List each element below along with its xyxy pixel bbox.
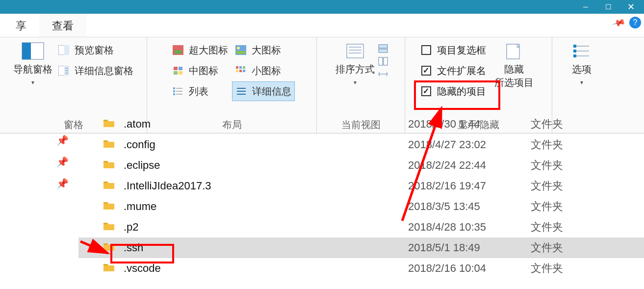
maximize-button[interactable]: ☐ — [597, 0, 619, 14]
layout-extra-large[interactable]: 超大图标 — [169, 40, 231, 60]
ribbon-tabs: 享 查看 📌 ? — [0, 14, 644, 37]
file-type: 文件夹 — [531, 117, 590, 131]
preview-pane-label: 预览窗格 — [75, 44, 114, 57]
hide-selected-icon — [503, 42, 525, 60]
navigation-pane-label: 导航窗格 — [13, 63, 52, 76]
details-pane-button[interactable]: 详细信息窗格 — [55, 61, 136, 80]
minimize-button[interactable]: ─ — [574, 0, 597, 14]
checkbox-hidden-items[interactable]: 隐藏的项目 — [421, 81, 486, 101]
svg-rect-13 — [236, 51, 245, 54]
checkbox-icon — [421, 86, 431, 96]
file-row[interactable]: .config2018/4/27 23:02文件夹 — [78, 134, 644, 155]
file-date: 2018/2/24 22:44 — [408, 159, 531, 172]
file-date: 2018/2/16 10:04 — [408, 262, 531, 275]
file-date: 2018/4/28 10:35 — [408, 221, 531, 234]
file-name: .eclipse — [124, 159, 408, 172]
layout-extra-large-label: 超大图标 — [189, 44, 228, 57]
pin-icon[interactable]: 📌 — [56, 156, 69, 168]
file-row[interactable]: .vscode2018/2/16 10:04文件夹 — [78, 258, 644, 279]
svg-rect-17 — [179, 71, 182, 75]
svg-rect-46 — [573, 50, 576, 53]
preview-pane-icon — [58, 45, 70, 55]
layout-small-label: 小图标 — [252, 64, 281, 78]
layout-list[interactable]: 列表 — [169, 81, 231, 101]
svg-rect-39 — [379, 57, 383, 65]
folder-icon — [103, 180, 124, 192]
folder-icon — [103, 118, 124, 131]
file-name: .config — [124, 138, 408, 151]
small-icons-icon — [235, 65, 247, 76]
checkbox-hidden-items-label: 隐藏的项目 — [437, 85, 486, 98]
close-button[interactable]: ✕ — [619, 0, 642, 14]
svg-rect-23 — [243, 70, 245, 72]
sort-by-label: 排序方式 — [335, 63, 375, 76]
file-type: 文件夹 — [531, 240, 590, 255]
layout-details-label: 详细信息 — [252, 85, 291, 98]
navigation-pane-button[interactable]: 导航窗格 ▾ — [11, 40, 55, 86]
svg-rect-48 — [573, 54, 576, 57]
help-button[interactable]: ? — [629, 17, 641, 28]
file-date: 2018/3/5 13:45 — [408, 200, 531, 213]
svg-rect-26 — [173, 93, 175, 95]
options-icon — [570, 42, 593, 60]
svg-rect-37 — [379, 45, 387, 48]
file-list[interactable]: .atom2018/3/30 1:44文件夹 .config2018/4/27 … — [78, 131, 644, 289]
file-type: 文件夹 — [531, 179, 590, 193]
file-row[interactable]: .p22018/4/28 10:35文件夹 — [78, 217, 644, 237]
svg-rect-10 — [175, 50, 181, 54]
folder-icon — [103, 159, 124, 172]
file-list-area: 📌 📌 📌 .atom2018/3/30 1:44文件夹 .config2018… — [0, 131, 644, 289]
layout-medium[interactable]: 中图标 — [169, 61, 231, 80]
svg-rect-20 — [243, 66, 245, 69]
file-date: 2018/2/16 19:47 — [408, 180, 531, 192]
hide-selected-button[interactable]: 隐藏 所选项目 — [492, 40, 536, 89]
svg-rect-25 — [173, 90, 175, 92]
layout-small[interactable]: 小图标 — [232, 61, 295, 80]
group-by-icon[interactable] — [377, 43, 389, 54]
svg-rect-3 — [64, 45, 69, 55]
pin-icon[interactable]: 📌 — [56, 178, 69, 189]
tab-view[interactable]: 查看 — [39, 14, 86, 37]
pin-icon[interactable]: 📌 — [56, 134, 69, 146]
file-name: .atom — [124, 118, 408, 131]
svg-rect-18 — [236, 66, 238, 69]
checkbox-item-checkboxes[interactable]: 项目复选框 — [421, 40, 486, 60]
hide-selected-label1: 隐藏 — [504, 63, 524, 76]
folder-icon — [103, 263, 124, 275]
svg-rect-19 — [239, 66, 242, 69]
medium-icons-icon — [172, 65, 184, 76]
file-row[interactable]: .mume2018/3/5 13:45文件夹 — [78, 196, 644, 217]
file-type: 文件夹 — [531, 199, 590, 214]
details-pane-icon — [58, 65, 70, 76]
layout-large[interactable]: 大图标 — [232, 40, 295, 60]
details-icon — [235, 86, 247, 97]
window-titlebar: ─ ☐ ✕ — [0, 0, 644, 14]
options-button[interactable]: 选项 ▾ — [560, 40, 604, 86]
file-name: .ssh — [124, 241, 408, 254]
layout-medium-label: 中图标 — [189, 64, 218, 78]
file-row[interactable]: .atom2018/3/30 1:44文件夹 — [78, 114, 644, 134]
quickaccess-gutter: 📌 📌 📌 — [0, 131, 78, 289]
pin-ribbon-icon[interactable]: 📌 — [612, 15, 626, 30]
svg-rect-1 — [22, 43, 31, 59]
checkbox-icon — [421, 66, 431, 76]
file-row[interactable]: .eclipse2018/2/24 22:44文件夹 — [78, 155, 644, 176]
preview-pane-button[interactable]: 预览窗格 — [55, 40, 136, 60]
sort-by-button[interactable]: 排序方式 ▾ — [333, 40, 377, 86]
options-label: 选项 — [572, 63, 592, 76]
layout-details[interactable]: 详细信息 — [232, 81, 295, 101]
extra-large-icons-icon — [172, 45, 184, 55]
checkbox-icon — [421, 45, 431, 55]
svg-rect-38 — [379, 49, 387, 53]
size-columns-icon[interactable] — [377, 69, 389, 79]
file-row[interactable]: .ssh2018/5/1 18:49文件夹 — [78, 237, 644, 258]
file-row[interactable]: .IntelliJIdea2017.32018/2/16 19:47文件夹 — [78, 176, 644, 196]
file-name: .p2 — [124, 221, 408, 234]
add-columns-icon[interactable] — [377, 56, 389, 67]
svg-rect-14 — [174, 67, 178, 70]
large-icons-icon — [235, 45, 247, 55]
file-date: 2018/4/27 23:02 — [408, 138, 531, 151]
tab-share[interactable]: 享 — [3, 14, 39, 37]
file-name: .vscode — [124, 262, 408, 275]
checkbox-file-extensions[interactable]: 文件扩展名 — [421, 61, 486, 80]
